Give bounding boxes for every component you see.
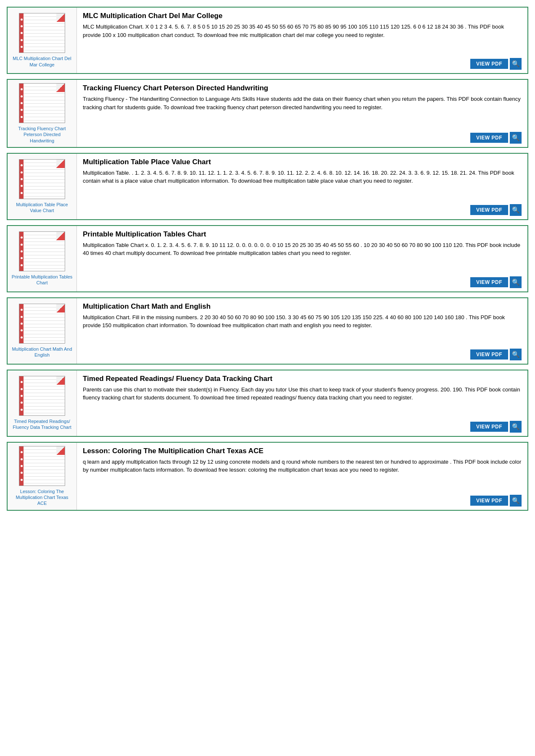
- view-pdf-button-printable-multiplication-tables[interactable]: VIEW PDF: [470, 277, 508, 287]
- result-description-multiplication-table-place-value: Multiplication Table. . 1. 2. 3. 4. 5. 6…: [83, 169, 522, 201]
- view-pdf-button-lesson-coloring-multiplication[interactable]: VIEW PDF: [470, 496, 508, 506]
- result-actions-lesson-coloring-multiplication: VIEW PDF 🔍: [83, 495, 522, 507]
- search-button-timed-repeated-readings[interactable]: 🔍: [510, 421, 522, 433]
- result-title-multiplication-chart-math-english: Multiplication Chart Math and English: [83, 302, 522, 311]
- result-thumbnail-timed-repeated-readings: Timed Repeated Readings/ Fluency Data Tr…: [8, 370, 77, 436]
- result-content-tracking-fluency: Tracking Fluency Chart Peterson Directed…: [77, 80, 527, 147]
- result-description-timed-repeated-readings: Parents can use this chart to motivate t…: [83, 386, 522, 417]
- view-pdf-button-timed-repeated-readings[interactable]: VIEW PDF: [470, 422, 508, 432]
- result-title-lesson-coloring-multiplication: Lesson: Coloring The Multiplication Char…: [83, 447, 522, 455]
- result-thumbnail-multiplication-chart-math-english: Multiplication Chart Math And English: [8, 298, 77, 364]
- search-button-multiplication-chart-math-english[interactable]: 🔍: [510, 349, 522, 360]
- result-item-mlc-multiplication: MLC Multiplication Chart Del Mar College…: [7, 7, 528, 74]
- result-title-timed-repeated-readings: Timed Repeated Readings/ Fluency Data Tr…: [83, 375, 522, 383]
- result-description-tracking-fluency: Tracking Fluency - The Handwriting Conne…: [83, 95, 522, 129]
- result-item-multiplication-table-place-value: Multiplication Table Place Value Chart M…: [7, 153, 528, 220]
- view-pdf-button-multiplication-chart-math-english[interactable]: VIEW PDF: [470, 349, 508, 360]
- result-thumbnail-mlc-multiplication: MLC Multiplication Chart Del Mar College: [8, 8, 77, 73]
- result-content-timed-repeated-readings: Timed Repeated Readings/ Fluency Data Tr…: [77, 370, 527, 436]
- result-content-multiplication-table-place-value: Multiplication Table Place Value Chart M…: [77, 154, 527, 219]
- result-content-lesson-coloring-multiplication: Lesson: Coloring The Multiplication Char…: [77, 443, 527, 510]
- result-content-printable-multiplication-tables: Printable Multiplication Tables Chart Mu…: [77, 226, 527, 291]
- result-title-printable-multiplication-tables: Printable Multiplication Tables Chart: [83, 230, 522, 239]
- result-title-mlc-multiplication: MLC Multiplication Chart Del Mar College: [83, 12, 522, 20]
- view-pdf-button-multiplication-table-place-value[interactable]: VIEW PDF: [470, 205, 508, 215]
- thumbnail-image-lesson-coloring-multiplication: [19, 446, 65, 486]
- search-button-mlc-multiplication[interactable]: 🔍: [510, 58, 522, 70]
- result-description-printable-multiplication-tables: Multiplication Table Chart x. 0. 1. 2. 3…: [83, 241, 522, 273]
- result-thumbnail-tracking-fluency: Tracking Fluency Chart Peterson Directed…: [8, 80, 77, 147]
- result-item-lesson-coloring-multiplication: Lesson: Coloring The Multiplication Char…: [7, 442, 528, 511]
- thumbnail-label-multiplication-table-place-value: Multiplication Table Place Value Chart: [11, 202, 73, 214]
- result-item-tracking-fluency: Tracking Fluency Chart Peterson Directed…: [7, 79, 528, 148]
- view-pdf-button-mlc-multiplication[interactable]: VIEW PDF: [470, 59, 508, 69]
- result-item-printable-multiplication-tables: Printable Multiplication Tables Chart Pr…: [7, 225, 528, 292]
- thumbnail-label-mlc-multiplication: MLC Multiplication Chart Del Mar College: [11, 55, 73, 68]
- result-content-multiplication-chart-math-english: Multiplication Chart Math and English Mu…: [77, 298, 527, 364]
- view-pdf-button-tracking-fluency[interactable]: VIEW PDF: [470, 133, 508, 143]
- result-content-mlc-multiplication: MLC Multiplication Chart Del Mar College…: [77, 8, 527, 73]
- thumbnail-label-tracking-fluency: Tracking Fluency Chart Peterson Directed…: [11, 126, 73, 144]
- thumbnail-image-multiplication-table-place-value: [19, 159, 65, 199]
- result-actions-printable-multiplication-tables: VIEW PDF 🔍: [83, 276, 522, 288]
- result-actions-multiplication-table-place-value: VIEW PDF 🔍: [83, 204, 522, 216]
- search-button-printable-multiplication-tables[interactable]: 🔍: [510, 276, 522, 288]
- thumbnail-label-multiplication-chart-math-english: Multiplication Chart Math And English: [11, 346, 73, 358]
- result-thumbnail-lesson-coloring-multiplication: Lesson: Coloring The Multiplication Char…: [8, 443, 77, 510]
- result-description-multiplication-chart-math-english: Multiplication Chart. Fill in the missin…: [83, 313, 522, 345]
- search-button-multiplication-table-place-value[interactable]: 🔍: [510, 204, 522, 216]
- results-list: MLC Multiplication Chart Del Mar College…: [7, 7, 528, 511]
- thumbnail-label-lesson-coloring-multiplication: Lesson: Coloring The Multiplication Char…: [11, 488, 73, 507]
- search-button-tracking-fluency[interactable]: 🔍: [510, 132, 522, 144]
- result-title-tracking-fluency: Tracking Fluency Chart Peterson Directed…: [83, 84, 522, 92]
- result-actions-timed-repeated-readings: VIEW PDF 🔍: [83, 421, 522, 433]
- result-actions-multiplication-chart-math-english: VIEW PDF 🔍: [83, 349, 522, 360]
- result-item-multiplication-chart-math-english: Multiplication Chart Math And English Mu…: [7, 297, 528, 365]
- result-title-multiplication-table-place-value: Multiplication Table Place Value Chart: [83, 158, 522, 166]
- thumbnail-image-printable-multiplication-tables: [19, 231, 65, 271]
- page-container: MLC Multiplication Chart Del Mar College…: [0, 0, 535, 522]
- thumbnail-label-printable-multiplication-tables: Printable Multiplication Tables Chart: [11, 274, 73, 286]
- thumbnail-image-timed-repeated-readings: [19, 376, 65, 416]
- thumbnail-label-timed-repeated-readings: Timed Repeated Readings/ Fluency Data Tr…: [11, 418, 73, 430]
- search-button-lesson-coloring-multiplication[interactable]: 🔍: [510, 495, 522, 507]
- thumbnail-image-multiplication-chart-math-english: [19, 304, 65, 344]
- result-actions-tracking-fluency: VIEW PDF 🔍: [83, 132, 522, 144]
- thumbnail-image-tracking-fluency: [19, 83, 65, 123]
- thumbnail-image-mlc-multiplication: [19, 13, 65, 53]
- result-item-timed-repeated-readings: Timed Repeated Readings/ Fluency Data Tr…: [7, 370, 528, 437]
- result-thumbnail-printable-multiplication-tables: Printable Multiplication Tables Chart: [8, 226, 77, 291]
- result-actions-mlc-multiplication: VIEW PDF 🔍: [83, 58, 522, 70]
- result-thumbnail-multiplication-table-place-value: Multiplication Table Place Value Chart: [8, 154, 77, 219]
- result-description-lesson-coloring-multiplication: q learn and apply multiplication facts t…: [83, 458, 522, 491]
- result-description-mlc-multiplication: MLC Multiplication Chart. X 0 1 2 3 4. 5…: [83, 23, 522, 55]
